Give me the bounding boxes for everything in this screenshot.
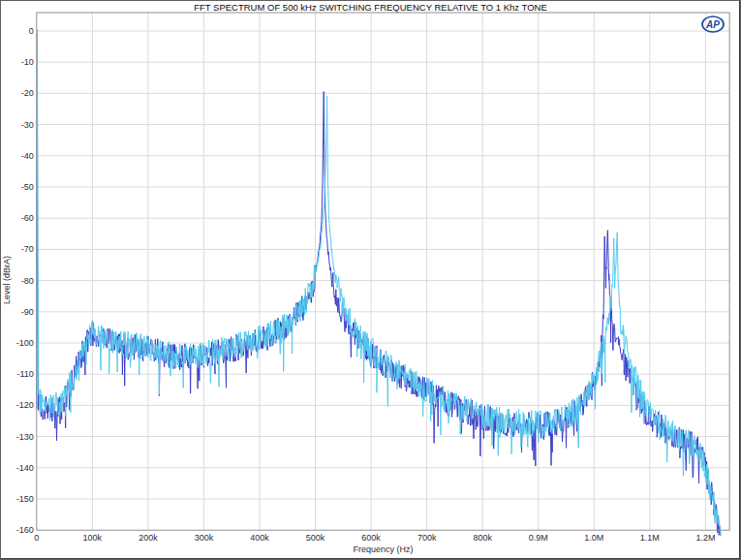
y-tick-label: -90 (21, 307, 34, 317)
y-tick-label: -140 (16, 463, 34, 473)
y-tick-label: -30 (21, 120, 34, 130)
audio-precision-logo: AP (699, 15, 726, 34)
x-tick-label: 200k (139, 533, 158, 543)
x-axis-title: Frequency (Hz) (37, 544, 729, 554)
y-tick-label: -50 (21, 182, 34, 192)
x-tick-label: 700k (417, 533, 437, 543)
y-tick-label: -10 (21, 57, 34, 67)
x-tick-label: 300k (195, 533, 214, 543)
y-tick-label: -110 (16, 369, 33, 379)
x-tick-label: 1.0M (584, 533, 603, 543)
fft-trace-cyan (37, 29, 721, 536)
x-tick-label: 0 (34, 533, 39, 543)
fft-spectrum-plot: 0-10-20-30-40-50-60-70-80-90-100-110-120… (1, 1, 740, 559)
x-tick-label: 100k (83, 533, 103, 543)
y-tick-label: -70 (21, 244, 34, 254)
x-tick-label: 800k (473, 533, 492, 543)
x-tick-label: 1.1M (640, 533, 660, 543)
x-tick-label: 400k (250, 533, 269, 543)
y-tick-label: -100 (16, 338, 34, 348)
y-tick-label: -60 (21, 213, 34, 223)
ap-graph-window: FFT SPECTRUM OF 500 kHz SWITCHING FREQUE… (0, 0, 741, 560)
y-tick-label: -20 (21, 88, 34, 98)
y-tick-label: -80 (21, 276, 34, 286)
y-tick-label: -150 (16, 494, 34, 504)
y-tick-label: -130 (16, 432, 34, 442)
logo-text: AP (705, 19, 720, 30)
x-tick-label: 600k (361, 533, 381, 543)
x-tick-label: 500k (306, 533, 325, 543)
y-tick-label: -40 (21, 151, 34, 161)
y-tick-label: -120 (16, 400, 34, 410)
y-axis-title: Level (dBrA) (2, 40, 12, 520)
plot-border (37, 13, 729, 530)
y-tick-label: -160 (16, 525, 34, 535)
x-tick-label: 0.9M (529, 533, 548, 543)
x-tick-label: 1.2M (695, 533, 715, 543)
y-tick-label: 0 (29, 26, 34, 36)
